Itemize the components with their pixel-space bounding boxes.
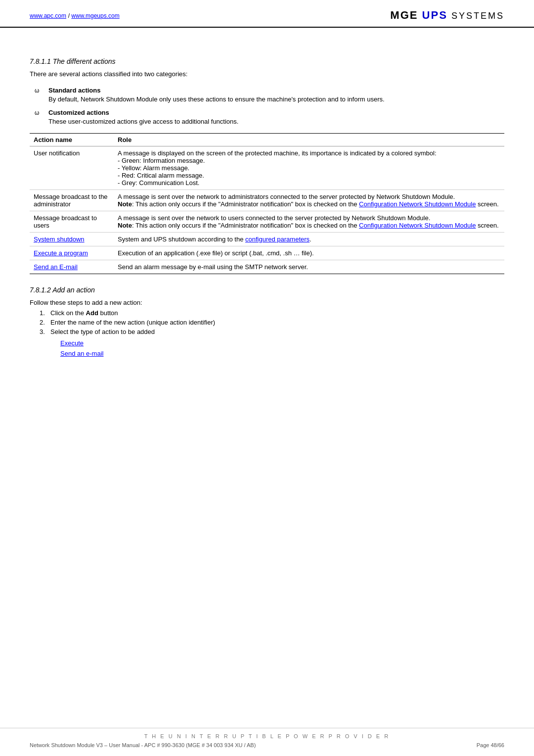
section-intro: There are several actions classified int… xyxy=(30,70,504,78)
footer-info: Network Shutdown Module V3 – User Manual… xyxy=(30,742,504,748)
standard-actions-title: Standard actions xyxy=(48,87,100,94)
action-role-execute: Execution of an application (.exe file) … xyxy=(114,246,504,260)
logo-systems: SYSTEMS xyxy=(451,11,504,21)
actions-table: Action name Role User notification A mes… xyxy=(30,133,504,274)
step-text-2: Enter the name of the new action (unique… xyxy=(50,319,215,326)
action-role-email: Send an alarm message by e-mail using th… xyxy=(114,260,504,274)
table-row: User notification A message is displayed… xyxy=(30,146,504,190)
action-name-broadcast-admin: Message broadcast to the administrator xyxy=(30,190,114,211)
execute-sub-link[interactable]: Execute xyxy=(60,338,504,349)
section-title-1: 7.8.1.1 The different actions xyxy=(30,57,504,65)
steps-list: 1. Click on the Add button 2. Enter the … xyxy=(40,309,504,335)
send-email-link[interactable]: Send an E-mail xyxy=(34,263,78,271)
table-col2-header: Role xyxy=(114,134,504,146)
page-number: Page 48/66 xyxy=(477,742,504,748)
doc-info: Network Shutdown Module V3 – User Manual… xyxy=(30,742,256,748)
step-num-1: 1. xyxy=(40,309,50,317)
bullet-symbol-2: ω xyxy=(35,109,43,116)
customized-actions-title: Customized actions xyxy=(48,109,109,116)
apc-link[interactable]: www.apc.com xyxy=(30,12,66,19)
customized-actions-desc: These user-customized actions give acces… xyxy=(48,118,238,125)
step-num-2: 2. xyxy=(40,319,50,326)
execute-program-link[interactable]: Execute a program xyxy=(34,249,88,257)
sub-links: Execute Send an e-mail xyxy=(60,338,504,359)
table-row: Message broadcast to the administrator A… xyxy=(30,190,504,211)
bullet-symbol-1: ω xyxy=(35,87,43,94)
bullet-standard: ω Standard actions By default, Network S… xyxy=(30,87,504,103)
table-row: Send an E-mail Send an alarm message by … xyxy=(30,260,504,274)
logo-ups: UPS xyxy=(422,9,447,21)
configured-params-link[interactable]: configured parameters xyxy=(245,236,310,243)
steps-intro: Follow these steps to add a new action: xyxy=(30,299,504,306)
action-role-user-notification: A message is displayed on the screen of … xyxy=(114,146,504,190)
action-name-user-notification: User notification xyxy=(30,146,114,190)
bullet-content-2: Customized actions These user-customized… xyxy=(48,109,238,125)
config-nsm-link-1[interactable]: Configuration Network Shutdown Module xyxy=(359,200,476,208)
action-role-broadcast-admin: A message is sent over the network to ad… xyxy=(114,190,504,211)
table-col1-header: Action name xyxy=(30,134,114,146)
section-title-2: 7.8.1.2 Add an action xyxy=(30,286,504,294)
page-footer: T H E U N I N T E R R U P T I B L E P O … xyxy=(0,728,534,756)
send-email-sub-link[interactable]: Send an e-mail xyxy=(60,349,504,359)
table-row: System shutdown System and UPS shutdown … xyxy=(30,233,504,246)
note-bold-2: Note xyxy=(118,222,132,229)
note-bold: Note xyxy=(118,200,132,208)
action-name-email: Send an E-mail xyxy=(30,260,114,274)
action-name-execute: Execute a program xyxy=(30,246,114,260)
action-role-broadcast-users: A message is sent over the network to us… xyxy=(114,211,504,233)
system-shutdown-link[interactable]: System shutdown xyxy=(34,236,85,243)
table-row: Execute a program Execution of an applic… xyxy=(30,246,504,260)
config-nsm-link-2[interactable]: Configuration Network Shutdown Module xyxy=(359,222,476,229)
action-role-system-shutdown: System and UPS shutdown according to the… xyxy=(114,233,504,246)
mgeups-link[interactable]: www.mgeups.com xyxy=(71,12,119,19)
bullet-customized: ω Customized actions These user-customiz… xyxy=(30,109,504,125)
step-text-1: Click on the Add button xyxy=(50,309,118,317)
step-1: 1. Click on the Add button xyxy=(40,309,504,317)
standard-actions-desc: By default, Network Shutdown Module only… xyxy=(48,95,385,103)
header-links: www.apc.com / www.mgeups.com xyxy=(30,12,120,19)
footer-tagline: T H E U N I N T E R R U P T I B L E P O … xyxy=(30,733,504,739)
bullet-content-1: Standard actions By default, Network Shu… xyxy=(48,87,385,103)
company-logo: MGE UPS SYSTEMS xyxy=(390,9,504,22)
step-3: 3. Select the type of action to be added xyxy=(40,328,504,335)
bullet-section: ω Standard actions By default, Network S… xyxy=(30,87,504,125)
logo-mge: MGE xyxy=(390,9,418,21)
step-2: 2. Enter the name of the new action (uni… xyxy=(40,319,504,326)
step-num-3: 3. xyxy=(40,328,50,335)
step-text-3: Select the type of action to be added xyxy=(50,328,155,335)
page-header: www.apc.com / www.mgeups.com MGE UPS SYS… xyxy=(0,0,534,28)
table-row: Message broadcast to users A message is … xyxy=(30,211,504,233)
action-name-system-shutdown: System shutdown xyxy=(30,233,114,246)
action-name-broadcast-users: Message broadcast to users xyxy=(30,211,114,233)
main-content: 7.8.1.1 The different actions There are … xyxy=(0,28,534,379)
